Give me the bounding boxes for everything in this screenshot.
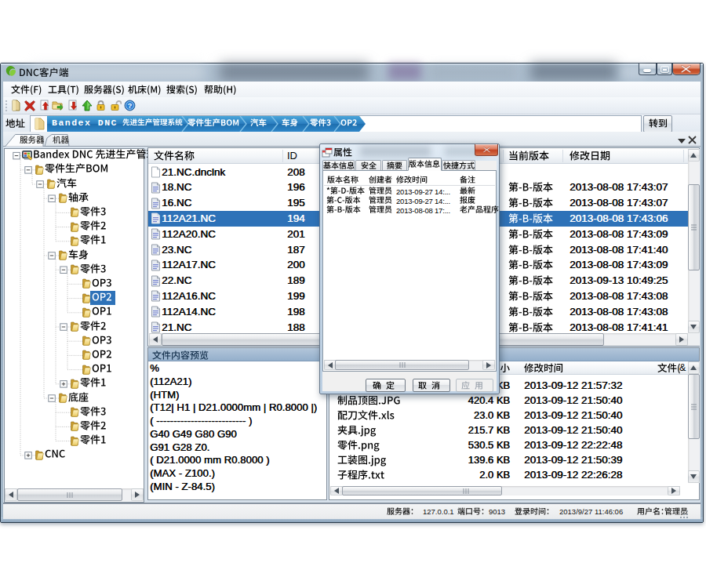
svg-text:?: ? [128,102,133,110]
